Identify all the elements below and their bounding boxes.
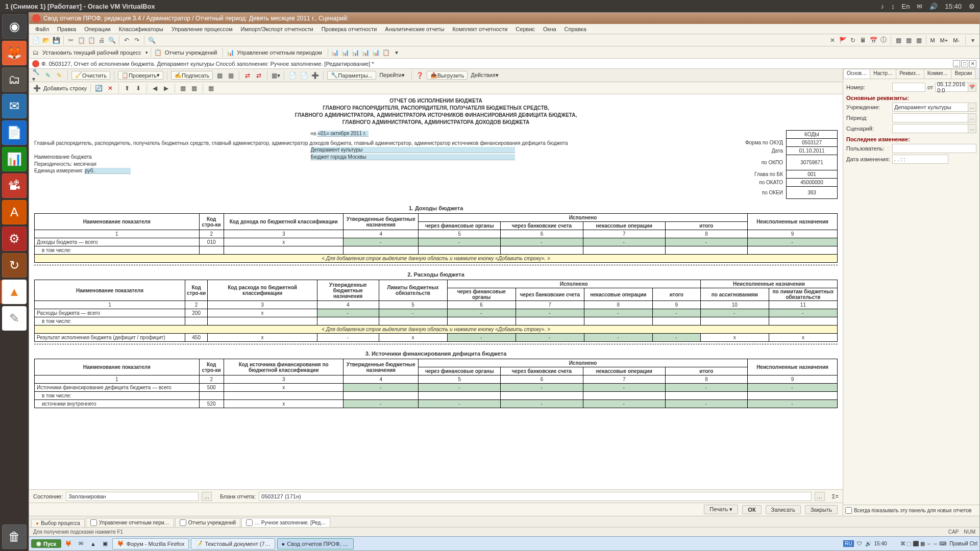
menu-process[interactable]: Управление процессом	[167, 26, 237, 32]
ql-firefox[interactable]: 🦊	[63, 539, 74, 549]
trash-icon[interactable]: 🗑	[2, 524, 27, 549]
date-input[interactable]: 05.12.2016 0:0	[935, 83, 968, 92]
ar-refresh[interactable]: 🔄	[94, 84, 104, 93]
calendar-icon[interactable]: 📅	[968, 83, 976, 92]
save-button[interactable]: Записать	[766, 505, 801, 514]
clock[interactable]: 15:40	[945, 3, 962, 10]
period-select[interactable]: …	[968, 113, 976, 122]
dtb-i3[interactable]: ✎	[55, 71, 64, 80]
tray-clock[interactable]: 15:40	[874, 541, 887, 546]
menu-classifiers[interactable]: Классификаторы	[115, 26, 167, 32]
lang-indicator[interactable]: En	[902, 3, 910, 10]
tray-lang[interactable]: RU	[843, 540, 853, 547]
period-btn[interactable]: Управление отчетным периодом	[236, 49, 325, 56]
add-row-label[interactable]: Добавить строку	[43, 85, 87, 91]
dtb-i2[interactable]: ✎	[43, 71, 53, 80]
ar-down[interactable]: ⬇	[134, 84, 143, 93]
tb2-i1[interactable]: 📊	[331, 48, 340, 57]
blank-select[interactable]: …	[815, 492, 825, 501]
menu-check[interactable]: Проверка отчетности	[317, 26, 381, 32]
dtb-help[interactable]: ❓	[415, 71, 425, 80]
unit-field[interactable]: руб.	[85, 168, 131, 174]
tb-grid3-icon[interactable]: ▦	[914, 36, 923, 45]
tab-comments[interactable]: Комме…	[924, 69, 952, 79]
search-icon[interactable]: 🔍	[147, 36, 156, 45]
reports-icon[interactable]: 📋	[154, 48, 163, 57]
tb2-i2[interactable]: 📊	[341, 48, 350, 57]
check-button[interactable]: 📋Проверить▾	[118, 71, 163, 80]
thunderbird-icon[interactable]: ✉	[2, 94, 27, 118]
tray-i2[interactable]: 🔊	[865, 541, 871, 546]
menu-analytics[interactable]: Аналитические отчеты	[381, 26, 448, 32]
calc-icon[interactable]: 📊	[2, 147, 27, 171]
cut-icon[interactable]: ✂	[66, 36, 76, 45]
dtb-i11[interactable]: ➕	[310, 71, 320, 80]
ar-g1[interactable]: ▦	[179, 84, 188, 93]
start-button[interactable]: ◉ Пуск	[31, 539, 61, 548]
vlc-icon[interactable]: ▲	[2, 280, 27, 304]
user-input[interactable]	[892, 144, 976, 153]
ar-g2[interactable]: ▦	[190, 84, 199, 93]
ar-delete[interactable]: ✕	[106, 84, 115, 93]
impress-icon[interactable]: 📽	[2, 173, 27, 198]
menu-file[interactable]: Файл	[31, 26, 53, 32]
dtb-i8[interactable]: ▦▾	[271, 71, 280, 80]
close-button[interactable]: Закрыть	[805, 505, 838, 514]
menu-help[interactable]: Справка	[560, 26, 591, 32]
state-select[interactable]: …	[202, 492, 212, 501]
scenario-select[interactable]: …	[968, 124, 976, 133]
redo-icon[interactable]: ↷	[132, 36, 141, 45]
tray-i1[interactable]: 🛡	[857, 541, 862, 546]
add-row-icon[interactable]: ➕	[32, 84, 41, 93]
income-table[interactable]: Наименование показателя Код стро-ки Код …	[34, 213, 838, 263]
ql-thunderbird[interactable]: ✉	[76, 539, 86, 549]
clear-button[interactable]: 🧹Очистить	[71, 71, 110, 80]
tab-requisites[interactable]: Реквиз…	[896, 69, 924, 79]
sources-table[interactable]: Наименование показателя Код стро-ки Код …	[34, 359, 838, 408]
state-field[interactable]: Запланирован	[66, 492, 199, 501]
proc-icon[interactable]: 🗂	[31, 48, 40, 57]
actions-button[interactable]: Действия▾	[470, 72, 501, 79]
dtb-i6[interactable]: ⇄	[243, 71, 252, 80]
files-icon[interactable]: 🗂	[2, 67, 27, 92]
paste-icon[interactable]: 📋	[87, 36, 96, 45]
reports-btn[interactable]: Отчеты учреждений	[164, 49, 220, 56]
tb-grid1-icon[interactable]: ▦	[894, 36, 903, 45]
tb-mplus[interactable]: M+	[939, 37, 951, 43]
wtab-edit[interactable]: … Ручное заполнение. [Ред…	[241, 518, 330, 527]
firefox-icon[interactable]: 🦊	[2, 41, 27, 65]
print-button[interactable]: Печать ▾	[704, 505, 738, 514]
dtb-i5[interactable]: ▦	[226, 71, 235, 80]
copy-icon[interactable]: 📋	[77, 36, 86, 45]
org-select[interactable]: …	[968, 103, 976, 112]
open-icon[interactable]: 📂	[41, 36, 51, 45]
tb2-i3[interactable]: 📊	[351, 48, 360, 57]
task-1c[interactable]: ● Свод отчетов ПРОФ, …	[277, 538, 354, 549]
tb2-i4[interactable]: 📊	[361, 48, 371, 57]
ar-up[interactable]: ⬆	[122, 84, 132, 93]
gedit-icon[interactable]: ✎	[2, 306, 27, 331]
report-pane[interactable]: ОТЧЕТ ОБ ИСПОЛНЕНИИ БЮДЖЕТА ГЛАВНОГО РАС…	[29, 94, 843, 489]
wtab-process[interactable]: ●Выбор процесса	[31, 519, 85, 527]
menu-import[interactable]: Импорт/Экспорт отчетности	[236, 26, 317, 32]
new-icon[interactable]: 📄	[31, 36, 40, 45]
dtb-i4[interactable]: ▦	[215, 71, 224, 80]
budget-field[interactable]: Бюджет города Москвы	[311, 154, 515, 160]
tb-grid2-icon[interactable]: ▦	[904, 36, 913, 45]
writer-icon[interactable]: 📄	[2, 120, 27, 145]
tb2-i5[interactable]: 📊	[372, 48, 381, 57]
gear-icon[interactable]: ⚙	[969, 3, 975, 10]
ar-right[interactable]: ▶	[162, 84, 171, 93]
period-input[interactable]: Девять месяцев 2011 г.	[892, 113, 968, 122]
number-input[interactable]	[892, 83, 925, 92]
tb-refresh-icon[interactable]: ↻	[848, 36, 857, 45]
mail-icon[interactable]: ✉	[917, 3, 922, 10]
expense-table[interactable]: Наименование показателя Код стро-ки Код …	[34, 280, 838, 342]
settings-icon[interactable]: ⚙	[2, 227, 27, 251]
wtab-reports[interactable]: Отчеты учреждений	[175, 518, 240, 527]
tb-help-icon[interactable]: ⓘ	[879, 36, 888, 45]
dtb-i1[interactable]: 🔧▾	[32, 71, 41, 80]
always-show-checkbox[interactable]	[845, 507, 852, 514]
sign-button[interactable]: ✍Подписать	[171, 71, 213, 80]
sound-icon[interactable]: ♪	[881, 3, 885, 10]
